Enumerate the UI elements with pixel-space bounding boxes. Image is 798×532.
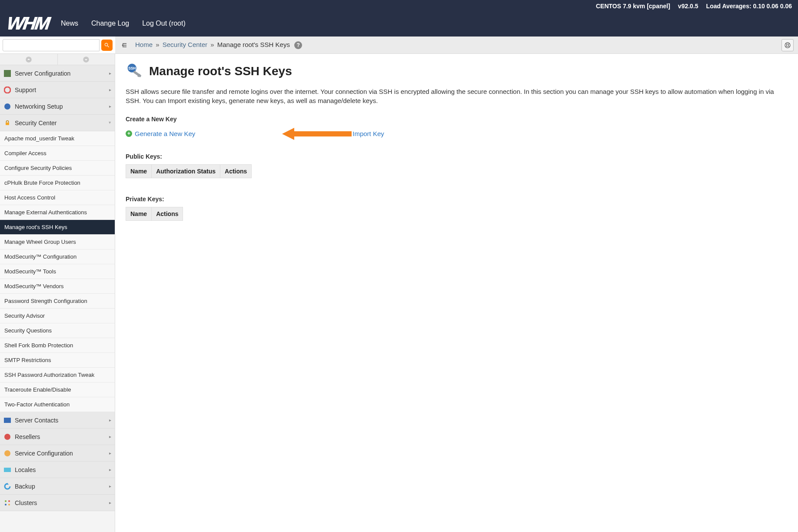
sidebar-collapse-row bbox=[0, 54, 115, 65]
svg-point-21 bbox=[344, 132, 346, 134]
key-actions: + Generate a New Key Import Key bbox=[126, 127, 788, 140]
page-intro: SSH allows secure file transfer and remo… bbox=[126, 87, 788, 105]
generate-new-key-label: Generate a New Key bbox=[135, 130, 195, 137]
sidebar-item[interactable]: ModSecurity™ Tools bbox=[0, 264, 115, 279]
chevron-icon: ▸ bbox=[109, 467, 111, 472]
sidebar-item[interactable]: Manage Wheel Group Users bbox=[0, 235, 115, 249]
whm-logo: WHM bbox=[6, 13, 50, 34]
ssh-key-icon: SSH bbox=[126, 62, 145, 81]
toolbar: Home » Security Center » Manage root's S… bbox=[0, 37, 798, 54]
sidebar-item[interactable]: Password Strength Configuration bbox=[0, 294, 115, 309]
import-key-link[interactable]: Import Key bbox=[343, 130, 384, 137]
app-header: CENTOS 7.9 kvm [cpanel] v92.0.5 Load Ave… bbox=[0, 0, 798, 37]
group-icon bbox=[3, 433, 11, 441]
breadcrumb-sep: » bbox=[156, 41, 159, 48]
svg-point-15 bbox=[8, 504, 10, 505]
public-keys-table: Name Authorization Status Actions bbox=[126, 164, 252, 178]
private-keys-table: Name Actions bbox=[126, 207, 183, 221]
breadcrumb-section[interactable]: Security Center bbox=[163, 41, 207, 48]
header-status-bar: CENTOS 7.9 kvm [cpanel] v92.0.5 Load Ave… bbox=[0, 0, 798, 10]
svg-point-1 bbox=[786, 44, 788, 46]
sidebar-item[interactable]: Compiler Access bbox=[0, 146, 115, 161]
lock-icon bbox=[3, 119, 11, 127]
sidebar-item[interactable]: Manage root's SSH Keys bbox=[0, 220, 115, 235]
breadcrumb-home[interactable]: Home bbox=[135, 41, 153, 48]
sidebar-group[interactable]: Clusters▸ bbox=[0, 495, 115, 511]
sidebar-item[interactable]: Security Advisor bbox=[0, 309, 115, 323]
sidebar-item[interactable]: Shell Fork Bomb Protection bbox=[0, 338, 115, 353]
svg-point-10 bbox=[4, 450, 10, 456]
sidebar-group[interactable]: Networking Setup▸ bbox=[0, 98, 115, 115]
body: Server Configuration▸Support▸Networking … bbox=[0, 54, 798, 532]
group-icon bbox=[3, 482, 11, 490]
svg-point-14 bbox=[5, 504, 7, 505]
sidebar-item[interactable]: SSH Password Authorization Tweak bbox=[0, 368, 115, 382]
menu-icon bbox=[121, 41, 129, 49]
os-info: CENTOS 7.9 kvm [cpanel] bbox=[596, 3, 670, 10]
sidebar-group[interactable]: Support▸ bbox=[0, 82, 115, 98]
sidebar-group-label: Service Configuration bbox=[15, 450, 73, 457]
generate-new-key-link[interactable]: + Generate a New Key bbox=[126, 130, 195, 137]
sidebar-item[interactable]: Manage External Authentications bbox=[0, 205, 115, 220]
svg-rect-8 bbox=[4, 418, 11, 423]
chevron-icon: ▸ bbox=[109, 71, 111, 76]
group-icon bbox=[3, 466, 11, 474]
svg-point-13 bbox=[8, 500, 10, 502]
table-header-row: Name Actions bbox=[126, 207, 183, 221]
annotation-arrow-icon bbox=[282, 127, 352, 141]
sidebar-item[interactable]: Apache mod_userdir Tweak bbox=[0, 131, 115, 146]
sidebar-group[interactable]: Resellers▸ bbox=[0, 429, 115, 445]
sidebar-item[interactable]: cPHulk Brute Force Protection bbox=[0, 176, 115, 190]
title-row: SSH Manage root's SSH Keys bbox=[126, 62, 788, 81]
col-actions: Actions bbox=[220, 165, 252, 178]
sidebar-item[interactable]: ModSecurity™ Vendors bbox=[0, 279, 115, 294]
private-keys-label: Private Keys: bbox=[126, 196, 788, 203]
create-key-label: Create a New Key bbox=[126, 116, 788, 123]
sidebar-collapse-up[interactable] bbox=[0, 54, 58, 65]
sidebar-item[interactable]: Two-Factor Authentication bbox=[0, 397, 115, 412]
search-input[interactable] bbox=[3, 39, 100, 51]
chevron-icon: ▸ bbox=[109, 500, 111, 505]
header-nav: WHM News Change Log Log Out (root) bbox=[0, 10, 798, 37]
nav-changelog[interactable]: Change Log bbox=[91, 20, 129, 27]
svg-rect-7 bbox=[6, 122, 9, 125]
sidebar-group[interactable]: Server Configuration▸ bbox=[0, 65, 115, 82]
col-actions: Actions bbox=[152, 207, 183, 221]
sidebar-group-security-center[interactable]: Security Center ▸ bbox=[0, 115, 115, 131]
sidebar-group[interactable]: Server Contacts▸ bbox=[0, 412, 115, 429]
sidebar-item[interactable]: Host Access Control bbox=[0, 190, 115, 205]
sidebar-group[interactable]: Service Configuration▸ bbox=[0, 445, 115, 462]
table-header-row: Name Authorization Status Actions bbox=[126, 165, 252, 178]
chevron-icon: ▸ bbox=[109, 484, 111, 489]
sidebar: Server Configuration▸Support▸Networking … bbox=[0, 54, 115, 532]
sidebar-item[interactable]: SMTP Restrictions bbox=[0, 353, 115, 368]
notifications-button[interactable] bbox=[781, 39, 794, 51]
sidebar-item[interactable]: Security Questions bbox=[0, 323, 115, 338]
import-key-label: Import Key bbox=[352, 130, 384, 137]
chevron-up-icon bbox=[25, 56, 33, 63]
group-icon bbox=[3, 86, 11, 94]
sidebar-item[interactable]: Configure Security Policies bbox=[0, 161, 115, 176]
svg-point-5 bbox=[4, 87, 10, 93]
main-content: SSH Manage root's SSH Keys SSH allows se… bbox=[115, 54, 798, 532]
sidebar-item[interactable]: ModSecurity™ Configuration bbox=[0, 249, 115, 264]
sidebar-group[interactable]: Backup▸ bbox=[0, 478, 115, 495]
sidebar-group[interactable]: Locales▸ bbox=[0, 462, 115, 478]
sidebar-toggle[interactable] bbox=[120, 40, 131, 51]
sidebar-item[interactable]: Traceroute Enable/Disable bbox=[0, 382, 115, 397]
load-averages: Load Averages: 0.10 0.06 0.06 bbox=[706, 3, 792, 10]
sidebar-group-label: Locales bbox=[15, 466, 36, 473]
chevron-icon: ▸ bbox=[109, 434, 111, 439]
sidebar-group-label: Clusters bbox=[15, 499, 37, 506]
search-button[interactable] bbox=[101, 40, 113, 51]
nav-news[interactable]: News bbox=[61, 20, 78, 27]
chevron-icon: ▸ bbox=[109, 104, 111, 109]
svg-rect-11 bbox=[4, 468, 11, 472]
breadcrumb: Home » Security Center » Manage root's S… bbox=[135, 41, 302, 49]
nav-logout[interactable]: Log Out (root) bbox=[142, 20, 186, 27]
sidebar-group-label: Support bbox=[15, 86, 36, 93]
group-icon bbox=[3, 70, 11, 77]
help-icon[interactable]: ? bbox=[294, 41, 302, 49]
sidebar-collapse-down[interactable] bbox=[58, 54, 115, 65]
group-icon bbox=[3, 449, 11, 457]
